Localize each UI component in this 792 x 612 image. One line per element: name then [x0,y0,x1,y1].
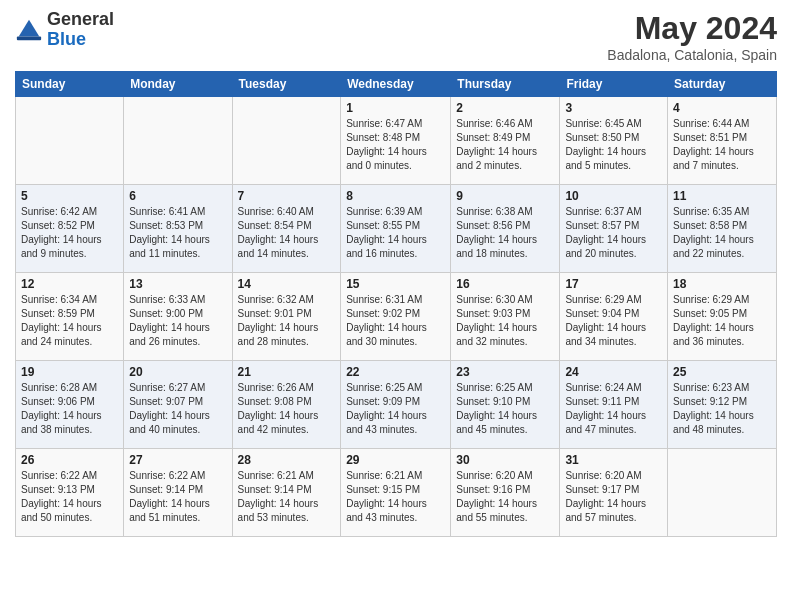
col-friday: Friday [560,72,668,97]
day-number: 29 [346,453,445,467]
day-cell-3-2: 21 Sunrise: 6:26 AMSunset: 9:08 PMDaylig… [232,361,341,449]
day-number: 14 [238,277,336,291]
day-detail: Sunrise: 6:25 AMSunset: 9:09 PMDaylight:… [346,381,445,437]
day-cell-2-4: 16 Sunrise: 6:30 AMSunset: 9:03 PMDaylig… [451,273,560,361]
location: Badalona, Catalonia, Spain [607,47,777,63]
day-detail: Sunrise: 6:25 AMSunset: 9:10 PMDaylight:… [456,381,554,437]
col-wednesday: Wednesday [341,72,451,97]
day-number: 2 [456,101,554,115]
day-detail: Sunrise: 6:20 AMSunset: 9:16 PMDaylight:… [456,469,554,525]
logo-text: General Blue [47,10,114,50]
day-number: 21 [238,365,336,379]
day-number: 9 [456,189,554,203]
col-sunday: Sunday [16,72,124,97]
day-detail: Sunrise: 6:22 AMSunset: 9:13 PMDaylight:… [21,469,118,525]
col-saturday: Saturday [668,72,777,97]
day-cell-3-5: 24 Sunrise: 6:24 AMSunset: 9:11 PMDaylig… [560,361,668,449]
day-detail: Sunrise: 6:35 AMSunset: 8:58 PMDaylight:… [673,205,771,261]
day-number: 5 [21,189,118,203]
day-detail: Sunrise: 6:44 AMSunset: 8:51 PMDaylight:… [673,117,771,173]
title-block: May 2024 Badalona, Catalonia, Spain [607,10,777,63]
day-detail: Sunrise: 6:26 AMSunset: 9:08 PMDaylight:… [238,381,336,437]
week-row-3: 19 Sunrise: 6:28 AMSunset: 9:06 PMDaylig… [16,361,777,449]
day-cell-1-0: 5 Sunrise: 6:42 AMSunset: 8:52 PMDayligh… [16,185,124,273]
day-number: 19 [21,365,118,379]
day-detail: Sunrise: 6:29 AMSunset: 9:04 PMDaylight:… [565,293,662,349]
day-cell-2-3: 15 Sunrise: 6:31 AMSunset: 9:02 PMDaylig… [341,273,451,361]
day-detail: Sunrise: 6:46 AMSunset: 8:49 PMDaylight:… [456,117,554,173]
day-detail: Sunrise: 6:23 AMSunset: 9:12 PMDaylight:… [673,381,771,437]
day-detail: Sunrise: 6:45 AMSunset: 8:50 PMDaylight:… [565,117,662,173]
day-detail: Sunrise: 6:41 AMSunset: 8:53 PMDaylight:… [129,205,226,261]
day-number: 6 [129,189,226,203]
day-cell-2-5: 17 Sunrise: 6:29 AMSunset: 9:04 PMDaylig… [560,273,668,361]
day-cell-0-6: 4 Sunrise: 6:44 AMSunset: 8:51 PMDayligh… [668,97,777,185]
svg-rect-1 [17,36,41,40]
day-cell-3-4: 23 Sunrise: 6:25 AMSunset: 9:10 PMDaylig… [451,361,560,449]
day-number: 3 [565,101,662,115]
logo-blue: Blue [47,29,86,49]
day-cell-0-3: 1 Sunrise: 6:47 AMSunset: 8:48 PMDayligh… [341,97,451,185]
day-cell-0-0 [16,97,124,185]
day-number: 25 [673,365,771,379]
day-cell-3-1: 20 Sunrise: 6:27 AMSunset: 9:07 PMDaylig… [124,361,232,449]
week-row-0: 1 Sunrise: 6:47 AMSunset: 8:48 PMDayligh… [16,97,777,185]
day-cell-3-3: 22 Sunrise: 6:25 AMSunset: 9:09 PMDaylig… [341,361,451,449]
day-number: 30 [456,453,554,467]
day-cell-1-1: 6 Sunrise: 6:41 AMSunset: 8:53 PMDayligh… [124,185,232,273]
day-detail: Sunrise: 6:39 AMSunset: 8:55 PMDaylight:… [346,205,445,261]
day-number: 10 [565,189,662,203]
header: General Blue May 2024 Badalona, Cataloni… [15,10,777,63]
day-number: 22 [346,365,445,379]
day-detail: Sunrise: 6:34 AMSunset: 8:59 PMDaylight:… [21,293,118,349]
logo: General Blue [15,10,114,50]
day-number: 11 [673,189,771,203]
col-monday: Monday [124,72,232,97]
day-number: 28 [238,453,336,467]
day-number: 23 [456,365,554,379]
day-cell-2-0: 12 Sunrise: 6:34 AMSunset: 8:59 PMDaylig… [16,273,124,361]
page: General Blue May 2024 Badalona, Cataloni… [0,0,792,612]
day-cell-4-6 [668,449,777,537]
day-detail: Sunrise: 6:21 AMSunset: 9:14 PMDaylight:… [238,469,336,525]
day-cell-0-1 [124,97,232,185]
day-detail: Sunrise: 6:38 AMSunset: 8:56 PMDaylight:… [456,205,554,261]
day-detail: Sunrise: 6:20 AMSunset: 9:17 PMDaylight:… [565,469,662,525]
day-detail: Sunrise: 6:24 AMSunset: 9:11 PMDaylight:… [565,381,662,437]
week-row-2: 12 Sunrise: 6:34 AMSunset: 8:59 PMDaylig… [16,273,777,361]
day-detail: Sunrise: 6:47 AMSunset: 8:48 PMDaylight:… [346,117,445,173]
day-number: 20 [129,365,226,379]
day-number: 1 [346,101,445,115]
day-detail: Sunrise: 6:27 AMSunset: 9:07 PMDaylight:… [129,381,226,437]
day-detail: Sunrise: 6:29 AMSunset: 9:05 PMDaylight:… [673,293,771,349]
day-number: 31 [565,453,662,467]
day-number: 16 [456,277,554,291]
col-tuesday: Tuesday [232,72,341,97]
day-cell-1-5: 10 Sunrise: 6:37 AMSunset: 8:57 PMDaylig… [560,185,668,273]
day-detail: Sunrise: 6:33 AMSunset: 9:00 PMDaylight:… [129,293,226,349]
day-detail: Sunrise: 6:21 AMSunset: 9:15 PMDaylight:… [346,469,445,525]
day-number: 4 [673,101,771,115]
day-cell-4-5: 31 Sunrise: 6:20 AMSunset: 9:17 PMDaylig… [560,449,668,537]
col-thursday: Thursday [451,72,560,97]
day-cell-2-1: 13 Sunrise: 6:33 AMSunset: 9:00 PMDaylig… [124,273,232,361]
day-cell-1-3: 8 Sunrise: 6:39 AMSunset: 8:55 PMDayligh… [341,185,451,273]
day-number: 8 [346,189,445,203]
month-year: May 2024 [607,10,777,47]
day-cell-0-2 [232,97,341,185]
day-cell-4-1: 27 Sunrise: 6:22 AMSunset: 9:14 PMDaylig… [124,449,232,537]
day-number: 17 [565,277,662,291]
calendar-header-row: Sunday Monday Tuesday Wednesday Thursday… [16,72,777,97]
day-number: 15 [346,277,445,291]
day-detail: Sunrise: 6:22 AMSunset: 9:14 PMDaylight:… [129,469,226,525]
day-detail: Sunrise: 6:40 AMSunset: 8:54 PMDaylight:… [238,205,336,261]
logo-icon [15,16,43,44]
day-cell-0-5: 3 Sunrise: 6:45 AMSunset: 8:50 PMDayligh… [560,97,668,185]
day-detail: Sunrise: 6:42 AMSunset: 8:52 PMDaylight:… [21,205,118,261]
day-cell-4-3: 29 Sunrise: 6:21 AMSunset: 9:15 PMDaylig… [341,449,451,537]
day-cell-1-6: 11 Sunrise: 6:35 AMSunset: 8:58 PMDaylig… [668,185,777,273]
day-number: 18 [673,277,771,291]
day-cell-1-2: 7 Sunrise: 6:40 AMSunset: 8:54 PMDayligh… [232,185,341,273]
day-detail: Sunrise: 6:31 AMSunset: 9:02 PMDaylight:… [346,293,445,349]
day-cell-2-2: 14 Sunrise: 6:32 AMSunset: 9:01 PMDaylig… [232,273,341,361]
